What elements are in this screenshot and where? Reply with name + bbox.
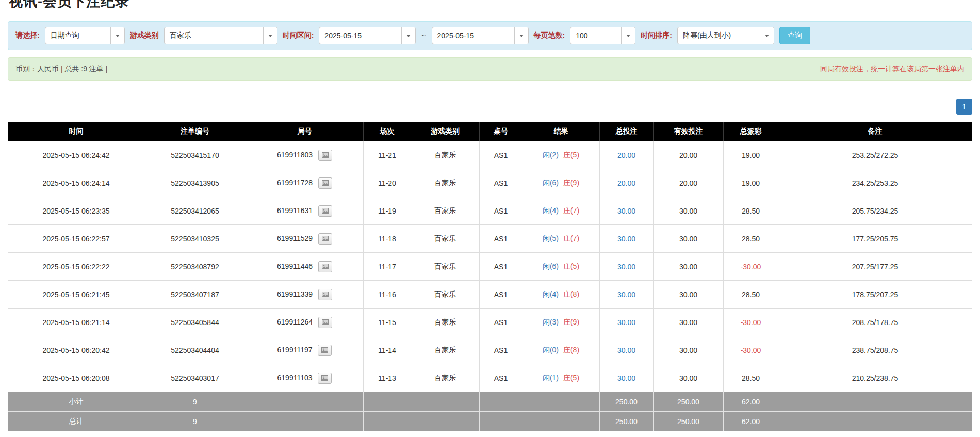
cell-game-type: 百家乐 — [411, 364, 480, 392]
round-detail-button[interactable] — [318, 205, 332, 217]
cell-bet-id: 522503404404 — [144, 336, 246, 364]
summary-currency-count: 币别：人民币 | 总共 :9 注单 | — [15, 64, 107, 74]
round-result-image-icon — [321, 347, 328, 353]
table-row: 2025-05-15 06:24:42 522503415170 6199118… — [8, 141, 972, 169]
cell-payout: 28.50 — [724, 225, 778, 253]
cell-table-no: AS1 — [480, 281, 522, 309]
cell-total-bet: 30.00 — [600, 309, 654, 336]
cell-game-type: 百家乐 — [411, 281, 480, 309]
cell-valid-bet: 30.00 — [654, 281, 724, 309]
cell-time: 2025-05-15 06:21:45 — [8, 281, 144, 309]
cell-valid-bet: 20.00 — [654, 141, 724, 169]
cell-game-type: 百家乐 — [411, 336, 480, 364]
cell-table-no: AS1 — [480, 309, 522, 336]
cell-bet-id: 522503412065 — [144, 197, 246, 225]
select-type-dropdown[interactable]: 日期查询 — [45, 27, 125, 44]
search-button[interactable]: 查询 — [779, 27, 810, 44]
filter-bar: 请选择: 日期查询 游戏类别 百家乐 时间区间: 2025-05-15 ~ 20… — [8, 21, 972, 50]
cell-note: 205.75/234.25 — [778, 197, 972, 225]
cell-bet-id: 522503408792 — [144, 253, 246, 281]
page-size-label: 每页笔数: — [534, 31, 565, 40]
round-detail-button[interactable] — [318, 289, 332, 300]
total-label: 总计 — [8, 412, 144, 431]
result-player: 闲(2) — [543, 151, 559, 159]
cell-valid-bet: 30.00 — [654, 309, 724, 336]
cell-valid-bet: 30.00 — [654, 225, 724, 253]
total-bet-link[interactable]: 30.00 — [617, 346, 635, 354]
cell-table-no: AS1 — [480, 225, 522, 253]
round-detail-button[interactable] — [318, 177, 332, 189]
game-type-value: 百家乐 — [165, 27, 263, 44]
total-bet-link[interactable]: 30.00 — [617, 207, 635, 215]
header-bet-id: 注单编号 — [144, 122, 246, 141]
header-game-type: 游戏类别 — [411, 122, 480, 141]
time-range-label: 时间区间: — [283, 31, 314, 40]
chevron-down-icon — [760, 27, 774, 44]
round-detail-button[interactable] — [318, 233, 332, 245]
page-button-1[interactable]: 1 — [956, 99, 972, 115]
total-bet-link[interactable]: 20.00 — [617, 179, 635, 187]
cell-table-no: AS1 — [480, 253, 522, 281]
total-bet-link[interactable]: 30.00 — [617, 235, 635, 243]
table-row: 2025-05-15 06:21:45 522503407187 6199113… — [8, 281, 972, 309]
cell-payout: 19.00 — [724, 141, 778, 169]
table-row: 2025-05-15 06:23:35 522503412065 6199116… — [8, 197, 972, 225]
page-size-dropdown[interactable]: 100 — [570, 27, 635, 44]
game-type-dropdown[interactable]: 百家乐 — [164, 27, 277, 44]
time-sort-dropdown[interactable]: 降幂(由大到小) — [677, 27, 774, 44]
round-number: 619911264 — [277, 317, 313, 326]
round-detail-button[interactable] — [318, 373, 332, 384]
total-total-bet: 250.00 — [600, 412, 654, 431]
subtotal-valid-bet: 250.00 — [654, 392, 724, 412]
total-bet-link[interactable]: 20.00 — [617, 151, 635, 159]
round-detail-button[interactable] — [318, 150, 332, 161]
cell-game-type: 百家乐 — [411, 141, 480, 169]
cell-game-type: 百家乐 — [411, 197, 480, 225]
round-detail-button[interactable] — [318, 345, 332, 356]
cell-time: 2025-05-15 06:21:14 — [8, 309, 144, 336]
cell-session: 11-13 — [364, 364, 411, 392]
cell-bet-id: 522503415170 — [144, 141, 246, 169]
cell-table-no: AS1 — [480, 197, 522, 225]
result-player: 闲(4) — [543, 206, 559, 215]
total-bet-link[interactable]: 30.00 — [617, 318, 635, 327]
cell-bet-id: 522503405844 — [144, 309, 246, 336]
date-to-dropdown[interactable]: 2025-05-15 — [432, 27, 529, 44]
round-number: 619911631 — [277, 206, 313, 214]
result-player: 闲(0) — [543, 346, 559, 354]
cell-note: 177.25/205.75 — [778, 225, 972, 253]
header-time: 时间 — [8, 122, 144, 141]
cell-result: 闲(3) 庄(9) — [522, 309, 600, 336]
records-table: 时间 注单编号 局号 场次 游戏类别 桌号 结果 总投注 有效投注 总派彩 备注… — [8, 122, 972, 431]
cell-bet-id: 522503410325 — [144, 225, 246, 253]
cell-note: 253.25/272.25 — [778, 141, 972, 169]
cell-time: 2025-05-15 06:20:42 — [8, 336, 144, 364]
total-bet-link[interactable]: 30.00 — [617, 263, 635, 271]
round-number: 619911197 — [277, 345, 313, 353]
cell-note: 234.25/253.25 — [778, 169, 972, 197]
round-result-image-icon — [321, 375, 328, 381]
total-bet-link[interactable]: 30.00 — [617, 374, 635, 382]
cell-round: 619911103 — [246, 364, 364, 392]
round-detail-button[interactable] — [318, 261, 332, 272]
round-result-image-icon — [322, 236, 329, 241]
cell-note: 208.75/178.75 — [778, 309, 972, 336]
date-from-dropdown[interactable]: 2025-05-15 — [319, 27, 416, 44]
cell-result: 闲(0) 庄(8) — [522, 336, 600, 364]
table-row: 2025-05-15 06:22:22 522503408792 6199114… — [8, 253, 972, 281]
subtotal-payout: 62.00 — [724, 392, 778, 412]
cell-result: 闲(1) 庄(5) — [522, 364, 600, 392]
round-detail-button[interactable] — [318, 317, 332, 328]
result-banker: 庄(7) — [563, 234, 579, 242]
result-banker: 庄(8) — [563, 346, 579, 354]
result-player: 闲(6) — [543, 262, 559, 270]
table-header-row: 时间 注单编号 局号 场次 游戏类别 桌号 结果 总投注 有效投注 总派彩 备注 — [8, 122, 972, 141]
cell-round: 619911728 — [246, 169, 364, 197]
cell-result: 闲(2) 庄(5) — [522, 141, 600, 169]
cell-bet-id: 522503407187 — [144, 281, 246, 309]
result-banker: 庄(9) — [563, 179, 579, 187]
cell-payout: 28.50 — [724, 281, 778, 309]
cell-valid-bet: 20.00 — [654, 169, 724, 197]
result-banker: 庄(5) — [563, 262, 579, 270]
total-bet-link[interactable]: 30.00 — [617, 290, 635, 299]
